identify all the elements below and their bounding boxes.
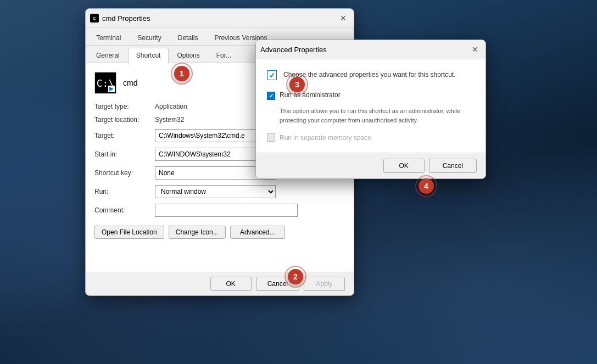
field-label-run: Run: [94,188,155,195]
field-label-comment: Comment: [94,206,155,214]
field-label-shortcut-key: Shortcut key: [94,169,155,177]
field-input-comment[interactable] [155,204,298,217]
check-white-icon: ✓ [269,93,274,99]
titlebar-left: C cmd Properties [90,14,150,23]
checkmark-icon: ✓ [269,72,275,79]
advanced-properties-dialog: Advanced Properties ✕ ✓ Choose the advan… [255,40,486,179]
adv-cancel-button[interactable]: Cancel [429,159,477,173]
field-select-run[interactable]: Normal window [155,185,276,198]
action-buttons: Open File Location Change Icon... Advanc… [94,226,345,241]
adv-dialog-body: ✓ Choose the advanced properties you wan… [256,59,486,153]
adv-header-checkbox[interactable]: ✓ [267,70,277,80]
separate-memory-checkbox [267,133,275,142]
tab-for[interactable]: For... [208,48,239,63]
step-2-badge: 2 [288,269,303,284]
tab-options[interactable]: Options [169,48,208,63]
separate-memory-row: Run in separate memory space [267,133,475,142]
field-label-target: Target: [94,132,155,139]
adv-close-button[interactable]: ✕ [469,43,481,55]
adv-titlebar-left: Advanced Properties [260,46,327,54]
field-comment: Comment: [94,204,345,217]
adv-ok-button[interactable]: OK [383,159,425,173]
open-file-location-button[interactable]: Open File Location [94,226,164,239]
run-as-admin-checkbox[interactable]: ✓ [267,92,275,100]
app-name: cmd [123,79,137,87]
close-button[interactable]: ✕ [337,12,349,24]
field-value-target-type: Application [155,103,187,110]
field-label-target-location: Target location: [94,116,155,124]
field-label-target-type: Target type: [94,103,155,110]
ok-button[interactable]: OK [210,277,252,291]
dialog-footer: OK Cancel Apply [86,272,354,295]
advanced-button[interactable]: Advanced... [230,226,285,239]
dialog-title: cmd Properties [102,14,150,23]
dialog-titlebar: C cmd Properties ✕ [86,9,354,28]
adv-dialog-title: Advanced Properties [260,46,327,54]
adv-header-text: Choose the advanced properties you want … [283,70,456,80]
app-icon-overlay [108,86,115,92]
tab-general[interactable]: General [88,48,128,63]
tab-details[interactable]: Details [170,30,207,45]
apply-button[interactable]: Apply [304,277,345,291]
tab-terminal[interactable]: Terminal [88,30,129,45]
tab-shortcut[interactable]: Shortcut [128,48,169,63]
change-icon-button[interactable]: Change Icon... [169,226,226,239]
step-3-badge: 3 [289,77,305,92]
field-label-start-in: Start in: [94,150,155,158]
adv-dialog-titlebar: Advanced Properties ✕ [256,40,486,59]
step-1-badge: 1 [174,66,189,81]
cmd-icon: C [90,14,99,23]
run-as-admin-label: Run as administrator [280,91,341,99]
run-as-admin-description: This option allows you to run this short… [280,107,475,125]
tab-security[interactable]: Security [129,30,169,45]
field-run: Run: Normal window [94,185,345,198]
field-value-target-location: System32 [155,116,184,124]
step-4-badge: 4 [419,178,434,194]
app-icon: C:\ [94,72,116,94]
separate-memory-label: Run in separate memory space [280,134,371,142]
adv-dialog-footer: OK Cancel [256,153,486,178]
